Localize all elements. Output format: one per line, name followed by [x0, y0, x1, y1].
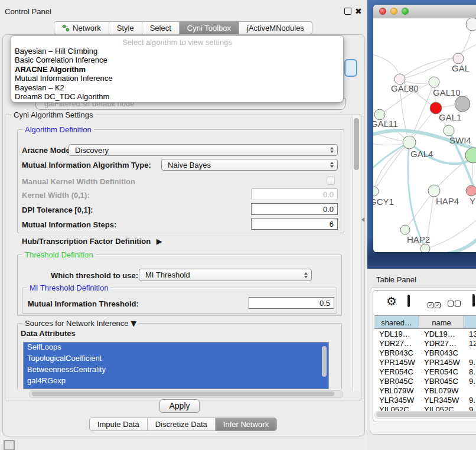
tab-label: Network	[73, 24, 101, 32]
node-swi4-label: SWI4	[449, 135, 471, 145]
table-header-row: shared…name	[373, 315, 476, 329]
tab-cyni-toolbox[interactable]: Cyni Toolbox	[179, 22, 239, 34]
algorithm-option-dream8-dc-tdc-algorithm[interactable]: Dream8 DC_TDC Algorithm	[11, 92, 343, 101]
tab-select[interactable]: Select	[142, 22, 179, 34]
tab-jactivemnodules[interactable]: jActiveMNodules	[239, 22, 312, 34]
table-cell: YER054C	[379, 367, 418, 376]
panel-resize-handle[interactable]	[361, 217, 364, 222]
table-cell: 9.	[469, 377, 476, 386]
document-icon[interactable]	[472, 295, 475, 306]
mi-threshold-field[interactable]: 0.5	[249, 297, 334, 309]
algorithm-option-bayesian-hill-climbing[interactable]: Bayesian – Hill Climbing	[11, 47, 343, 56]
table-row[interactable]: YDL19…YDL19…13	[373, 329, 476, 338]
close-traffic-light[interactable]	[379, 8, 386, 15]
attribute-item-betweennesscentrality[interactable]: BetweennessCentrality	[24, 365, 328, 376]
select-all-icon[interactable]: ✓✓	[428, 298, 442, 309]
node-gcy1[interactable]	[373, 187, 379, 196]
aracne-mode-value: Discovery	[75, 146, 109, 155]
column-header-shared[interactable]: shared…	[374, 315, 419, 329]
node-gal80-label: GAL80	[391, 83, 419, 93]
table-row[interactable]: YBL079WYBL079W	[373, 386, 476, 395]
bottom-tab-discretize-data[interactable]: Discretize Data	[147, 418, 215, 431]
algorithm-option-mutual-information-inference[interactable]: Mutual Information Inference	[11, 74, 343, 83]
network-window-titlebar[interactable]	[373, 5, 476, 18]
algorithm-definition-title: Algorithm Definition	[22, 125, 94, 134]
minimize-traffic-light[interactable]	[390, 8, 397, 15]
table-cell: YBR045C	[424, 377, 463, 386]
network-edge	[374, 142, 409, 191]
tab-style[interactable]: Style	[109, 22, 142, 34]
algorithm-option-bayesian-k2[interactable]: Bayesian – K2	[11, 83, 343, 92]
gear-icon[interactable]: ⚙	[386, 294, 397, 308]
hub-section-label[interactable]: Hub/Transcription Factor Definition ▶	[22, 237, 162, 246]
bottom-tab-label: Infer Network	[223, 420, 269, 429]
table-row[interactable]: YER054CYER054C8.	[373, 367, 476, 376]
table-cell: 9.	[469, 396, 476, 405]
table-row[interactable]: YDR27…YDR27…12	[373, 338, 476, 348]
bottom-tab-infer-network[interactable]: Infer Network	[215, 418, 276, 431]
dpi-tolerance-field[interactable]: 0.0	[251, 203, 338, 215]
settings-scroll-area: Cyni Algorithm Settings Algorithm Defini…	[5, 115, 361, 400]
expand-down-icon[interactable]: ▼	[131, 319, 136, 328]
node-unlabeled-gray[interactable]	[455, 96, 470, 112]
list-scrollbar[interactable]	[322, 346, 327, 377]
algorithm-option-basic-correlation-inference[interactable]: Basic Correlation Inference	[11, 56, 343, 64]
tab-network[interactable]: Network	[54, 22, 109, 34]
bottom-tab-impute-data[interactable]: Impute Data	[90, 418, 147, 431]
stepper-icon	[330, 147, 334, 153]
dock-panel-icon[interactable]	[4, 440, 15, 450]
which-threshold-select[interactable]: MI Threshold	[139, 269, 312, 281]
mi-algorithm-type-select[interactable]: Naive Bayes	[161, 159, 338, 171]
node-unlabeled-top[interactable]	[466, 18, 476, 31]
node-gal1-label: GAL1	[439, 112, 461, 122]
table-cell: YDR27…	[379, 339, 418, 348]
table-horizontal-scrollbar[interactable]	[374, 411, 476, 419]
attribute-item-gal4rgexp[interactable]: gal4RGexp	[24, 376, 328, 387]
dpi-tolerance-label: DPI Tolerance [0,1]:	[22, 206, 93, 214]
table-row[interactable]: YBR045CYBR045C9.	[373, 376, 476, 386]
node-swi4[interactable]	[444, 125, 454, 136]
settings-horizontal-scrollbar[interactable]	[29, 390, 343, 398]
network-edge	[400, 58, 458, 79]
node-gal4-label: GAL4	[410, 149, 433, 159]
table-cell: YDL19…	[379, 330, 418, 338]
node-hap4-label: HAP4	[436, 196, 459, 206]
table-cell: 9.	[469, 358, 476, 367]
node-hap4[interactable]	[428, 185, 440, 197]
table-row[interactable]: YPR145WYPR145W9.	[373, 357, 476, 367]
node-gal4[interactable]	[403, 136, 416, 149]
mi-type-value: Naive Bayes	[168, 161, 211, 169]
table-window: ⚙ ✓✓ shared…name YDL19…YDL19…13YDR27…YDR…	[373, 290, 476, 422]
node-gal10[interactable]	[429, 77, 439, 87]
hidden-combo-button[interactable]	[344, 59, 357, 77]
deselect-all-icon[interactable]	[448, 298, 462, 309]
aracne-mode-label: Aracne Mode:	[22, 146, 73, 155]
sources-group-title[interactable]: Sources for Network Inference ▼	[22, 319, 139, 328]
network-canvas[interactable]: GALGAL80GAL10GAL1GAL11SWI4GAL4GCY1HAP4YH…	[373, 18, 476, 252]
aracne-mode-select[interactable]: Discovery	[69, 144, 338, 156]
split-view-icon[interactable]	[407, 296, 410, 306]
attribute-item-selfloops[interactable]: SelfLoops	[24, 343, 328, 354]
tab-label: jActiveMNodules	[247, 24, 304, 32]
table-row[interactable]: YLR345WYLR345W9.	[373, 395, 476, 405]
kernel-width-label: Kernel Width (0,1):	[22, 191, 90, 200]
network-window: GALGAL80GAL10GAL1GAL11SWI4GAL4GCY1HAP4YH…	[373, 5, 476, 252]
table-row[interactable]: YBR043CYBR043C	[373, 348, 476, 357]
node-hap2[interactable]	[400, 225, 410, 234]
algorithm-option-list: Bayesian – Hill ClimbingBasic Correlatio…	[11, 47, 343, 101]
mi-steps-field[interactable]: 6	[251, 218, 338, 230]
algorithm-option-aracne-algorithm[interactable]: ARACNE Algorithm	[11, 65, 343, 74]
expand-right-icon[interactable]: ▶	[157, 237, 162, 246]
node-gal-cut[interactable]	[453, 53, 464, 64]
settings-vertical-scrollbar[interactable]	[352, 116, 360, 391]
apply-button[interactable]: Apply	[159, 399, 200, 413]
close-icon[interactable]: ✖	[355, 7, 362, 15]
node-gal10-label: GAL10	[433, 87, 461, 97]
float-window-icon[interactable]	[344, 8, 351, 15]
zoom-traffic-light[interactable]	[402, 8, 409, 15]
attribute-item-topologicalcoefficient[interactable]: TopologicalCoefficient	[24, 354, 328, 365]
node-y-cut[interactable]	[466, 185, 476, 196]
column-header-name[interactable]: name	[419, 315, 464, 329]
column-header-2[interactable]	[464, 315, 476, 329]
node-unlabeled-bottom[interactable]	[420, 244, 430, 252]
